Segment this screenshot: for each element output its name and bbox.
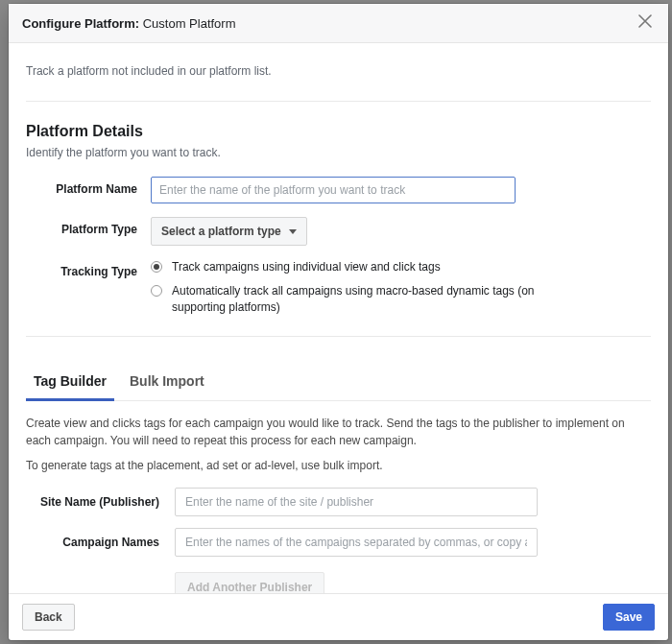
modal-body: Track a platform not included in our pla…	[9, 43, 668, 593]
tracking-type-group: Track campaigns using individual view an…	[151, 259, 651, 315]
campaign-names-label: Campaign Names	[26, 536, 175, 549]
platform-name-label: Platform Name	[26, 177, 151, 196]
platform-type-selected: Select a platform type	[161, 225, 281, 238]
site-name-input[interactable]	[175, 488, 538, 516]
close-icon	[638, 14, 652, 32]
tracking-option-individual[interactable]: Track campaigns using individual view an…	[151, 259, 651, 275]
modal-footer: Back Save	[9, 593, 668, 640]
site-name-label: Site Name (Publisher)	[26, 495, 175, 509]
back-button[interactable]: Back	[22, 604, 75, 631]
modal-title-suffix: Custom Platform	[143, 16, 236, 31]
platform-details-subtitle: Identify the platform you want to track.	[26, 146, 651, 159]
tracking-option-label: Track campaigns using individual view an…	[172, 259, 441, 275]
campaign-names-row: Campaign Names	[26, 528, 651, 557]
tab-tag-builder[interactable]: Tag Builder	[26, 364, 114, 401]
radio-icon	[151, 285, 162, 297]
intro-text: Track a platform not included in our pla…	[26, 43, 651, 102]
tab-bulk-import[interactable]: Bulk Import	[122, 364, 212, 401]
modal-title-prefix: Configure Platform:	[22, 16, 139, 31]
tag-builder-desc: Create view and clicks tags for each cam…	[26, 415, 651, 449]
section-divider	[26, 336, 651, 337]
tracking-type-row: Tracking Type Track campaigns using indi…	[26, 259, 651, 315]
platform-type-select[interactable]: Select a platform type	[151, 217, 307, 246]
modal-header: Configure Platform: Custom Platform	[9, 4, 668, 43]
tracking-option-macro[interactable]: Automatically track all campaigns using …	[151, 283, 651, 316]
tabs: Tag Builder Bulk Import	[26, 364, 651, 401]
add-publisher-button[interactable]: Add Another Publisher	[175, 572, 324, 593]
site-name-row: Site Name (Publisher)	[26, 488, 651, 516]
tag-builder-sub: To generate tags at the placement, ad se…	[26, 459, 651, 472]
platform-type-label: Platform Type	[26, 217, 151, 236]
tag-builder-panel: Create view and clicks tags for each cam…	[26, 401, 651, 593]
radio-icon	[151, 261, 162, 273]
platform-name-row: Platform Name	[26, 177, 651, 203]
platform-type-row: Platform Type Select a platform type	[26, 217, 651, 246]
chevron-down-icon	[289, 229, 297, 234]
tracking-option-label: Automatically track all campaigns using …	[172, 283, 585, 316]
campaign-names-input[interactable]	[175, 528, 538, 557]
configure-platform-modal: Configure Platform: Custom Platform Trac…	[9, 4, 668, 640]
platform-name-field	[151, 177, 651, 203]
tracking-type-label: Tracking Type	[26, 259, 151, 278]
close-button[interactable]	[636, 13, 655, 33]
modal-title: Configure Platform: Custom Platform	[22, 16, 236, 31]
platform-details-title: Platform Details	[26, 123, 651, 140]
platform-type-field: Select a platform type	[151, 217, 651, 246]
save-button[interactable]: Save	[603, 604, 655, 631]
platform-name-input[interactable]	[151, 177, 516, 203]
